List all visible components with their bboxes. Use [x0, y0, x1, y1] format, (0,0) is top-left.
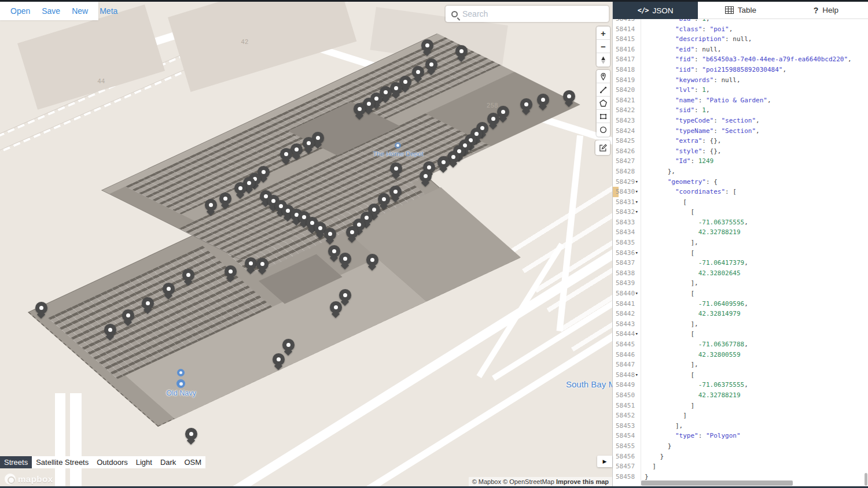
map-pin[interactable]: [346, 226, 358, 243]
panel-collapse-toggle[interactable]: ▶: [597, 456, 612, 467]
json-line[interactable]: 58422 "sid": 1,: [613, 105, 868, 116]
map-pin[interactable]: [219, 193, 231, 209]
map-pin[interactable]: [563, 90, 575, 107]
json-line[interactable]: 58428 },: [613, 167, 868, 177]
map-pin[interactable]: [437, 156, 450, 173]
menu-item-new[interactable]: New: [66, 6, 94, 16]
attrib-osm[interactable]: © OpenStreetMap: [503, 478, 554, 485]
json-line[interactable]: 58441 -71.06409596,: [613, 299, 868, 309]
json-line[interactable]: 58445 -71.06367788,: [613, 339, 868, 350]
json-line[interactable]: 58414 "class": "poi",: [613, 24, 868, 35]
fold-arrow-icon[interactable]: ▾: [635, 207, 638, 217]
map-pin[interactable]: [142, 297, 154, 314]
json-line[interactable]: 58433 -71.06375555,: [613, 217, 868, 228]
style-option-satellite-streets[interactable]: Satellite Streets: [32, 456, 93, 468]
map-pin[interactable]: [339, 253, 351, 269]
map-pin[interactable]: [425, 58, 437, 75]
json-line[interactable]: 58435 ],: [613, 238, 868, 248]
vertical-scrollbar[interactable]: [865, 473, 867, 486]
menu-item-open[interactable]: Open: [5, 6, 36, 16]
json-line[interactable]: 58425 "extra": {},: [613, 136, 868, 146]
zoom-in-button[interactable]: +: [597, 27, 610, 40]
tab-help[interactable]: ? Help: [784, 2, 868, 19]
poi-icon[interactable]: [395, 142, 401, 149]
fold-arrow-icon[interactable]: ▾: [635, 329, 638, 339]
map-pin[interactable]: [366, 254, 378, 271]
style-option-light[interactable]: Light: [132, 456, 156, 468]
map-pin[interactable]: [273, 353, 285, 370]
map-pin[interactable]: [35, 302, 47, 319]
map-pin[interactable]: [245, 257, 257, 274]
json-line[interactable]: 58416 "eid": null,: [613, 45, 868, 55]
json-line[interactable]: 58415 "description": null,: [613, 34, 868, 45]
json-line[interactable]: 58443 ],: [613, 319, 868, 330]
json-line[interactable]: 58444▾ [: [613, 329, 868, 339]
draw-rectangle-button[interactable]: [597, 110, 610, 123]
style-option-dark[interactable]: Dark: [156, 456, 180, 468]
json-line[interactable]: 58418 "iid": "poi2159885892030484",: [613, 65, 868, 75]
json-line[interactable]: 58437 -71.06417379,: [613, 258, 868, 268]
fold-arrow-icon[interactable]: ▾: [635, 197, 638, 208]
json-line[interactable]: 58423 "typeCode": "section",: [613, 116, 868, 126]
json-line[interactable]: 58447 ],: [613, 360, 868, 370]
json-line[interactable]: 58421 "name": "Patio & Garden",: [613, 95, 868, 106]
tab-table[interactable]: Table: [698, 2, 783, 19]
map-pin[interactable]: [290, 143, 303, 160]
style-option-osm[interactable]: OSM: [180, 456, 205, 468]
json-line[interactable]: 58438 42.32802645: [613, 268, 868, 279]
style-option-streets[interactable]: Streets: [0, 456, 32, 468]
map-pin[interactable]: [205, 199, 217, 216]
map-pin[interactable]: [390, 162, 402, 179]
fold-arrow-icon[interactable]: ▾: [635, 370, 638, 380]
fold-arrow-icon[interactable]: ▾: [635, 187, 638, 197]
style-option-outdoors[interactable]: Outdoors: [93, 456, 131, 468]
horizontal-scrollbar[interactable]: [641, 480, 793, 486]
json-line[interactable]: 58431▾ [: [613, 197, 868, 208]
map-pin[interactable]: [455, 45, 468, 62]
json-line[interactable]: 58430▾ "coordinates": [: [613, 187, 868, 197]
map-pin[interactable]: [185, 428, 197, 445]
json-line[interactable]: 58455 }: [613, 441, 868, 452]
json-line[interactable]: 58434 42.32788219: [613, 227, 868, 238]
compass-button[interactable]: [597, 53, 610, 66]
shop-icon[interactable]: [176, 379, 185, 388]
json-line[interactable]: 58452 ]: [613, 411, 868, 421]
map-pin[interactable]: [354, 103, 366, 120]
map-pin[interactable]: [487, 113, 499, 130]
json-line[interactable]: 58456 }: [613, 452, 868, 462]
map-pin[interactable]: [330, 301, 342, 318]
map-pin[interactable]: [104, 324, 116, 341]
map-pin[interactable]: [234, 182, 247, 199]
draw-line-button[interactable]: [597, 83, 610, 97]
fold-arrow-icon[interactable]: ▾: [635, 248, 638, 258]
json-code-area[interactable]: 58413 "bid": 1,58414 "class": "poi",5841…: [613, 14, 868, 488]
map-pin[interactable]: [324, 228, 336, 245]
json-line[interactable]: 58446 42.32800559: [613, 350, 868, 360]
json-line[interactable]: 58453 ],: [613, 421, 868, 431]
json-line[interactable]: 58442 42.32814979: [613, 309, 868, 319]
json-line[interactable]: 58427 "Id": 1249: [613, 156, 868, 167]
draw-circle-button[interactable]: [597, 123, 610, 136]
json-line[interactable]: 58440▾ [: [613, 289, 868, 299]
json-line[interactable]: 58451 ]: [613, 401, 868, 411]
map-pin[interactable]: [420, 170, 432, 187]
json-line[interactable]: 58457 ]: [613, 461, 868, 472]
map-pin[interactable]: [421, 39, 433, 56]
json-line[interactable]: 58436▾ [: [613, 248, 868, 258]
map-pin[interactable]: [122, 309, 134, 326]
json-line[interactable]: 58419 "keywords": null,: [613, 75, 868, 86]
draw-marker-button[interactable]: [597, 70, 610, 83]
json-line[interactable]: 58448▾ [: [613, 370, 868, 380]
json-line[interactable]: 58426 "style": {},: [613, 146, 868, 157]
json-line[interactable]: 58420 "lvl": 1,: [613, 85, 868, 95]
map-pin[interactable]: [328, 245, 340, 262]
mapbox-logo[interactable]: mapbox: [5, 474, 53, 485]
json-line[interactable]: 58417 "fid": "b65450a3-7e40-44ee-a79f-ea…: [613, 54, 868, 65]
map-pin[interactable]: [520, 98, 532, 115]
draw-polygon-button[interactable]: [597, 97, 610, 110]
attrib-mapbox[interactable]: © Mapbox: [472, 478, 501, 485]
map-pin[interactable]: [256, 258, 269, 275]
json-line[interactable]: 58449 -71.06375555,: [613, 380, 868, 390]
zoom-out-button[interactable]: −: [597, 40, 610, 53]
fold-arrow-icon[interactable]: ▾: [635, 289, 638, 299]
